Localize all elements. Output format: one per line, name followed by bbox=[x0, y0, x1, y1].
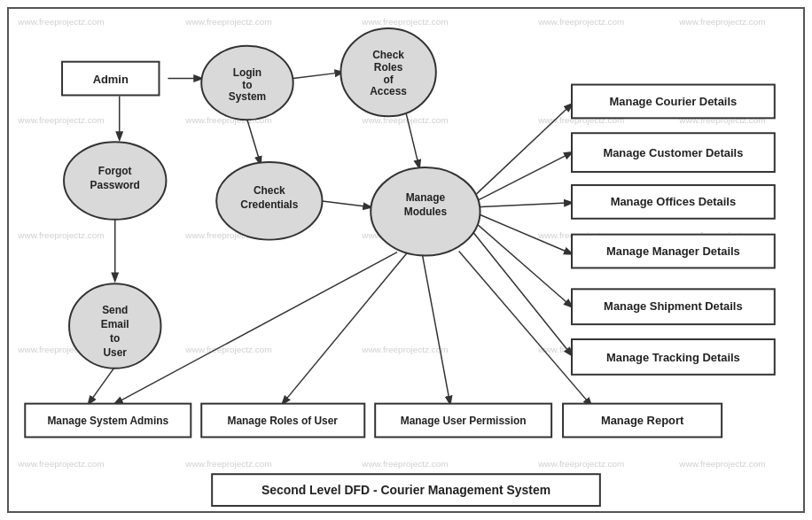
arrow-modules-offices bbox=[477, 203, 572, 207]
watermark-3: www.freeprojectz.com bbox=[361, 17, 448, 27]
arrow-modules-customer bbox=[477, 152, 572, 201]
admin-label: Admin bbox=[93, 73, 129, 86]
arrow-modules-report bbox=[459, 252, 591, 406]
check-cred-label-1: Check bbox=[254, 184, 285, 197]
check-roles-label-2: Roles bbox=[374, 61, 403, 74]
manage-shipment-label: Manage Shipment Details bbox=[604, 299, 743, 313]
watermark-2: www.freeprojectz.com bbox=[184, 17, 271, 27]
watermark-bot-2: www.freeprojectz.com bbox=[184, 459, 271, 469]
manage-admins-label: Manage System Admins bbox=[47, 415, 168, 427]
send-email-label-3: to bbox=[110, 332, 120, 345]
arrow-cred-modules bbox=[321, 201, 371, 207]
arrow-modules-courier bbox=[477, 104, 572, 193]
manage-courier-label: Manage Courier Details bbox=[610, 95, 738, 108]
manage-tracking-label: Manage Tracking Details bbox=[606, 351, 740, 364]
check-roles-label-4: Access bbox=[370, 85, 407, 97]
watermark-bot-4: www.freeprojectz.com bbox=[537, 459, 624, 469]
manage-report-label: Manage Report bbox=[601, 414, 684, 427]
manage-customer-label: Manage Customer Details bbox=[603, 146, 743, 159]
check-cred-label-2: Credentials bbox=[240, 198, 298, 211]
watermark-5: www.freeprojectz.com bbox=[678, 17, 765, 27]
login-label-1: Login bbox=[233, 66, 262, 79]
watermark-bot-5: www.freeprojectz.com bbox=[678, 459, 765, 469]
manage-offices-label: Manage Offices Details bbox=[611, 195, 736, 208]
diagram-svg: www.freeprojectz.com www.freeprojectz.co… bbox=[9, 9, 803, 511]
arrow-email-admins bbox=[89, 367, 115, 404]
login-label-2: to bbox=[242, 79, 252, 91]
watermark-18: www.freeprojectz.com bbox=[361, 345, 448, 354]
send-email-label-1: Send bbox=[102, 304, 128, 316]
manage-modules-label-1: Manage bbox=[406, 191, 446, 204]
watermark-1: www.freeprojectz.com bbox=[17, 17, 104, 27]
send-email-label-4: User bbox=[103, 346, 127, 359]
watermark-6: www.freeprojectz.com bbox=[17, 115, 104, 125]
forgot-label-1: Forgot bbox=[98, 165, 132, 177]
arrow-modules-roles bbox=[283, 252, 408, 404]
arrow-login-cred bbox=[247, 120, 261, 164]
watermark-11: www.freeprojectz.com bbox=[17, 230, 104, 240]
check-roles-label-1: Check bbox=[372, 49, 404, 61]
manage-roles-label: Manage Roles of User bbox=[227, 415, 338, 427]
watermark-bot-1: www.freeprojectz.com bbox=[17, 459, 104, 469]
manage-permission-label: Manage User Permission bbox=[401, 415, 527, 427]
arrow-login-roles bbox=[293, 73, 343, 79]
forgot-label-2: Password bbox=[90, 179, 140, 191]
watermark-8: www.freeprojectz.com bbox=[361, 115, 448, 125]
login-label-3: System bbox=[229, 90, 266, 103]
diagram-container: www.freeprojectz.com www.freeprojectz.co… bbox=[7, 7, 805, 513]
send-email-label-2: Email bbox=[101, 318, 129, 330]
watermark-17: www.freeprojectz.com bbox=[184, 345, 271, 354]
footer-label: Second Level DFD - Courier Management Sy… bbox=[262, 483, 550, 497]
watermark-4: www.freeprojectz.com bbox=[537, 17, 624, 27]
check-roles-label-3: of bbox=[383, 74, 393, 86]
watermark-bot-3: www.freeprojectz.com bbox=[361, 459, 448, 469]
manage-modules-label-2: Modules bbox=[404, 206, 448, 218]
arrow-modules-permission bbox=[422, 252, 450, 404]
manage-manager-label: Manage Manager Details bbox=[606, 244, 740, 258]
